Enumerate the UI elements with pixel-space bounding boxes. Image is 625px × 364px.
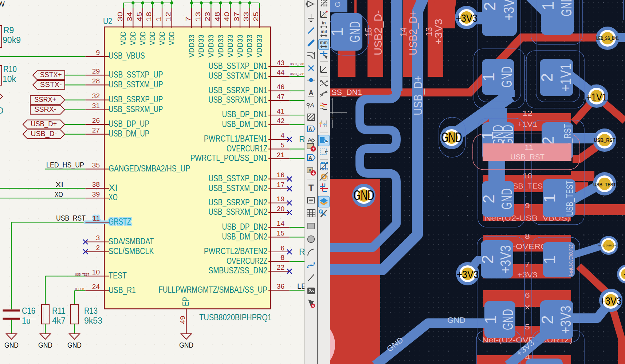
svg-text:R9: R9 [3, 25, 14, 35]
svg-text:14: 14 [277, 219, 285, 227]
svg-text:SSTX+: SSTX+ [40, 71, 62, 79]
svg-text:VDD33: VDD33 [207, 35, 215, 58]
svg-text:36: 36 [277, 282, 284, 290]
svg-text:24: 24 [92, 283, 100, 290]
svg-text:26: 26 [92, 116, 100, 124]
svg-text:90k9: 90k9 [3, 35, 21, 45]
svg-text:GND: GND [500, 125, 516, 146]
svg-text:SS_DN1: SS_DN1 [331, 88, 362, 97]
svg-text:GND: GND [558, 0, 574, 16]
svg-text:12: 12 [164, 12, 172, 21]
svg-text:29: 29 [92, 67, 100, 75]
svg-text:GND: GND [38, 341, 52, 349]
svg-text:mm: mm [320, 40, 327, 45]
svg-text:PWRCTL2/BATEN2: PWRCTL2/BATEN2 [204, 246, 267, 256]
svg-text:+: + [624, 267, 625, 281]
svg-text:SSTX-: SSTX- [40, 80, 62, 88]
svg-text:44: 44 [277, 68, 285, 76]
svg-text:USB_DP_UP: USB_DP_UP [109, 119, 149, 128]
svg-text:+3V3: +3V3 [457, 268, 479, 280]
svg-text:43: 43 [277, 59, 284, 67]
svg-text:+3V3: +3V3 [433, 19, 444, 45]
svg-text:2: 2 [479, 255, 496, 264]
svg-text:1: 1 [480, 72, 498, 81]
svg-text:VDD33: VDD33 [197, 35, 205, 58]
svg-text:20: 20 [277, 205, 284, 213]
svg-text:R: R [299, 135, 304, 144]
svg-text:8: 8 [280, 254, 284, 261]
svg-text:1u: 1u [22, 316, 31, 325]
svg-text:USB_RST: USB_RST [510, 153, 545, 161]
svg-text:SCL/SMBCLK: SCL/SMBCLK [109, 246, 154, 256]
svg-text:USB_SSRXM_DN1: USB_SSRXM_DN1 [208, 95, 267, 104]
svg-text:USB_SSRXP_DN2: USB_SSRXP_DN2 [208, 198, 267, 207]
svg-text:14: 14 [398, 28, 408, 37]
svg-text:USB1_CAP: USB1_CAP [290, 62, 304, 66]
svg-text:30: 30 [116, 12, 124, 21]
svg-text:x: x [525, 302, 530, 311]
svg-text:G: G [334, 1, 342, 7]
svg-text:USB_SSTXP_UP: USB_SSTXP_UP [109, 70, 163, 79]
svg-text:10k: 10k [3, 74, 16, 84]
svg-text:21: 21 [277, 151, 284, 159]
svg-text:9k53: 9k53 [84, 316, 102, 325]
svg-text:USB_SSRXM_UP: USB_SSRXM_UP [109, 104, 163, 114]
svg-text:PWRCTL1/BATEN1: PWRCTL1/BATEN1 [204, 134, 267, 143]
svg-text:GND: GND [499, 189, 515, 210]
svg-text:+3V3: +3V3 [517, 270, 537, 279]
svg-text:GND: GND [179, 341, 193, 349]
svg-text:23: 23 [204, 12, 211, 21]
svg-text:VDD33: VDD33 [216, 35, 225, 58]
svg-text:USB_SSRXP_UP: USB_SSRXP_UP [109, 95, 163, 104]
svg-text:+3V3: +3V3 [498, 245, 514, 273]
svg-text:USB_VBUS: USB_VBUS [109, 51, 145, 60]
svg-text:GND: GND [500, 309, 516, 330]
svg-text:OVERCUR2Z: OVERCUR2Z [227, 256, 267, 266]
svg-text:7: 7 [184, 17, 192, 21]
svg-text:mil: mil [321, 29, 327, 34]
svg-text:4: 4 [280, 131, 284, 139]
svg-text:r: r [323, 11, 324, 15]
svg-text:GND: GND [441, 130, 462, 145]
svg-text:11: 11 [93, 214, 100, 222]
svg-text:13: 13 [194, 12, 202, 21]
svg-text:SMBUSZ/SS_DN2: SMBUSZ/SS_DN2 [208, 266, 267, 275]
svg-text:7: 7 [525, 260, 530, 268]
svg-text:2: 2 [538, 315, 556, 324]
svg-text:GANGED/SMBA2/HS_UP: GANGED/SMBA2/HS_UP [109, 164, 190, 173]
svg-text:GND: GND [4, 341, 19, 349]
svg-text:2: 2 [480, 194, 498, 203]
svg-text:VDD: VDD [119, 31, 127, 45]
svg-text:USB_D-: USB_D- [31, 130, 57, 138]
svg-text:VDD: VDD [129, 31, 137, 45]
svg-text:1: 1 [330, 27, 346, 36]
svg-text:XI: XI [109, 183, 118, 193]
svg-text:USB2_D+: USB2_D+ [407, 10, 419, 55]
svg-text:1: 1 [541, 255, 558, 264]
svg-text:T: T [308, 183, 314, 193]
svg-text:15: 15 [363, 28, 373, 37]
svg-text:A: A [309, 89, 314, 96]
svg-text:C16: C16 [22, 306, 35, 316]
svg-text:D: D [0, 106, 4, 115]
svg-text:R13: R13 [84, 306, 98, 316]
svg-text:SSRX-: SSRX- [34, 105, 56, 113]
svg-text:A: A [308, 126, 312, 132]
svg-text:A: A [308, 155, 312, 161]
svg-text:22: 22 [277, 264, 284, 271]
svg-text:EP: EP [181, 297, 190, 306]
svg-text:18: 18 [145, 12, 153, 21]
svg-text:USB_SSRXM_DN2: USB_SSRXM_DN2 [208, 207, 267, 217]
svg-text:USB_DM_DN2: USB_DM_DN2 [222, 232, 268, 241]
svg-text:9: 9 [96, 49, 100, 56]
svg-text:SSRX+: SSRX+ [34, 95, 56, 103]
svg-text:VDD33: VDD33 [255, 35, 263, 58]
svg-text:GND: GND [347, 21, 363, 43]
svg-text:4k7: 4k7 [52, 316, 66, 325]
svg-text:10: 10 [92, 268, 100, 276]
svg-text:1: 1 [155, 17, 162, 21]
svg-text:+1V1: +1V1 [558, 63, 574, 91]
svg-text:U2: U2 [103, 16, 112, 26]
svg-text:33: 33 [242, 12, 250, 21]
svg-text:+3V3: +3V3 [501, 0, 517, 20]
